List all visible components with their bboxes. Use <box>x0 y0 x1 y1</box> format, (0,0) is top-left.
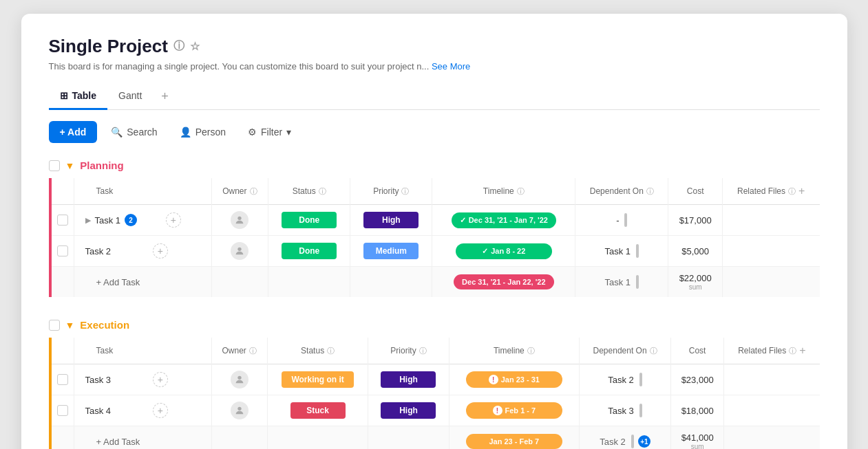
execution-section: ▼ Execution Task <box>49 319 820 449</box>
add-column-icon[interactable]: + <box>798 185 805 197</box>
related-files-cell <box>722 236 819 267</box>
priority-info-icon[interactable]: ⓘ <box>401 186 409 197</box>
execution-task-col-header: Task <box>96 346 114 355</box>
status-info-icon[interactable]: ⓘ <box>319 186 326 197</box>
person-button[interactable]: 👤 Person <box>171 122 234 142</box>
execution-table: Task Owner ⓘ Statu <box>52 338 820 449</box>
add-person-icon[interactable]: + <box>166 212 181 228</box>
star-icon[interactable]: ☆ <box>190 40 200 53</box>
planning-checkbox[interactable] <box>49 160 60 171</box>
dep-indicator <box>639 373 642 386</box>
page-description: This board is for managing a single proj… <box>49 61 820 72</box>
table-row: Task 3 + Working on it High <box>52 364 820 395</box>
execution-related-files-header: Related Files <box>738 346 786 355</box>
execution-chevron-icon[interactable]: ▼ <box>65 320 75 331</box>
timeline-badge: ! Feb 1 - 7 <box>466 402 562 419</box>
priority-badge[interactable]: Medium <box>363 243 419 259</box>
row-checkbox[interactable] <box>57 215 68 226</box>
avatar <box>231 371 248 388</box>
page-title: Single Project <box>49 36 168 57</box>
sum-timeline-badge: Dec 31, '21 - Jan 22, '22 <box>454 274 553 289</box>
tab-table[interactable]: ⊞ Table <box>49 85 108 110</box>
check-icon: ✓ <box>460 216 466 225</box>
app-container: Single Project ⓘ ☆ This board is for man… <box>21 14 847 449</box>
exec-add-task-button[interactable]: + Add Task <box>74 426 211 450</box>
status-badge[interactable]: Working on it <box>282 371 353 388</box>
exec-status-info-icon[interactable]: ⓘ <box>327 346 335 356</box>
filter-chevron-icon: ▾ <box>286 127 291 138</box>
task-name-cell: Task 4 + <box>80 403 206 418</box>
dep-info-icon[interactable]: ⓘ <box>646 186 654 197</box>
dependent-on-cell: - <box>616 213 627 227</box>
timeline-badge: ✓ Dec 31, '21 - Jan 7, '22 <box>452 212 556 228</box>
exec-dep-info-icon[interactable]: ⓘ <box>650 346 657 356</box>
svg-point-3 <box>237 407 241 410</box>
exec-timeline-info-icon[interactable]: ⓘ <box>527 346 535 356</box>
row-checkbox[interactable] <box>57 405 68 416</box>
dependent-on-cell: Task 3 <box>608 404 642 417</box>
exec-priority-info-icon[interactable]: ⓘ <box>419 346 427 356</box>
owner-info-icon[interactable]: ⓘ <box>250 186 257 197</box>
planning-related-files-header: Related Files <box>737 186 785 196</box>
related-files-cell <box>724 395 820 426</box>
priority-badge[interactable]: High <box>381 402 436 419</box>
add-button[interactable]: + Add <box>49 121 98 143</box>
table-icon: ⊞ <box>60 90 68 101</box>
exec-related-files-info-icon[interactable]: ⓘ <box>789 346 796 356</box>
related-files-info-icon[interactable]: ⓘ <box>788 186 796 197</box>
svg-point-1 <box>238 248 242 251</box>
cost-cell: $23,000 <box>677 375 718 385</box>
person-icon: 👤 <box>180 127 191 138</box>
dep-indicator <box>636 275 639 289</box>
sum-dependent-cell: Task 1 <box>605 275 639 289</box>
cost-cell: $17,000 <box>674 215 717 226</box>
table-row: ▶ Task 1 2 + Done <box>52 205 820 236</box>
execution-checkbox[interactable] <box>49 320 60 331</box>
execution-table-container: Task Owner ⓘ Statu <box>49 338 820 449</box>
planning-title: Planning <box>80 160 123 171</box>
dep-indicator <box>636 244 639 258</box>
check-icon: ✓ <box>482 247 488 256</box>
row-checkbox[interactable] <box>57 245 68 256</box>
execution-header: ▼ Execution <box>49 319 820 331</box>
status-badge[interactable]: Stuck <box>290 402 346 419</box>
add-tab-button[interactable]: + <box>153 84 177 109</box>
task-name-cell: ▶ Task 1 2 + <box>80 212 206 228</box>
avatar <box>231 242 248 260</box>
filter-button[interactable]: ⚙ Filter ▾ <box>240 122 299 142</box>
info-icon[interactable]: ⓘ <box>173 39 184 54</box>
add-person-icon[interactable]: + <box>153 403 168 418</box>
timeline-info-icon[interactable]: ⓘ <box>517 186 525 197</box>
task-name-cell: Task 3 + <box>80 372 206 387</box>
search-button[interactable]: 🔍 Search <box>103 122 165 142</box>
related-files-cell <box>724 364 820 395</box>
tabs-bar: ⊞ Table Gantt + <box>49 84 820 110</box>
tab-gantt[interactable]: Gantt <box>107 85 153 110</box>
exec-sum-cost-cell: $41,000 sum <box>677 432 718 449</box>
dep-indicator <box>639 404 642 417</box>
toolbar: + Add 🔍 Search 👤 Person ⚙ Filter ▾ <box>49 121 820 143</box>
exec-add-column-icon[interactable]: + <box>799 344 805 357</box>
avatar <box>231 402 248 419</box>
exec-owner-info-icon[interactable]: ⓘ <box>249 346 257 356</box>
cost-cell: $5,000 <box>674 246 717 256</box>
dep-indicator <box>624 213 627 227</box>
row-checkbox[interactable] <box>57 374 68 385</box>
search-icon: 🔍 <box>111 127 123 138</box>
status-badge[interactable]: Done <box>282 212 337 228</box>
add-person-icon[interactable]: + <box>153 243 168 259</box>
expand-icon[interactable]: ▶ <box>85 216 91 225</box>
exec-sum-timeline-badge: Jan 23 - Feb 7 <box>466 434 562 449</box>
see-more-link[interactable]: See More <box>432 61 470 72</box>
priority-badge[interactable]: High <box>363 212 419 228</box>
add-person-icon[interactable]: + <box>153 372 168 387</box>
dependent-on-cell: Task 2 <box>608 373 642 386</box>
sum-cost-cell: $22,000 sum <box>674 273 717 291</box>
exec-sum-dependent-cell: Task 2 +1 <box>600 435 650 448</box>
planning-chevron-icon[interactable]: ▼ <box>65 160 75 171</box>
priority-badge[interactable]: High <box>381 371 436 388</box>
status-badge[interactable]: Done <box>282 243 337 259</box>
add-task-button[interactable]: + Add Task <box>74 267 211 298</box>
svg-point-2 <box>237 376 241 380</box>
avatar <box>231 211 248 229</box>
